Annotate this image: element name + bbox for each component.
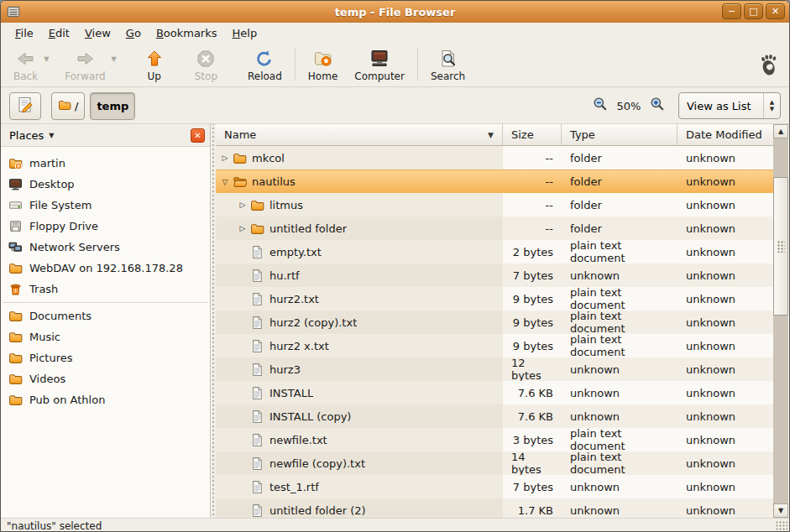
menu-help[interactable]: Help: [225, 24, 265, 42]
minimize-button[interactable]: ─: [722, 3, 741, 19]
table-row[interactable]: ▽nautilus--folderunknown: [216, 170, 773, 193]
file-type: unknown: [562, 475, 678, 498]
sidebar-item-floppy-drive[interactable]: Floppy Drive: [1, 216, 210, 237]
edit-location-icon: [16, 96, 34, 117]
scrollbar-grip-icon: [777, 241, 785, 253]
text-file-icon: [250, 362, 264, 377]
vertical-scrollbar[interactable]: ▲ ▼: [773, 124, 788, 518]
sidebar-item-webdav-on-192-168-178-28[interactable]: WebDAV on 192.168.178.28: [1, 258, 210, 279]
table-row[interactable]: hurz2 x.txt9 bytesplain text documentunk…: [216, 334, 773, 357]
menu-edit[interactable]: Edit: [41, 24, 77, 42]
expander-closed-icon[interactable]: ▷: [237, 224, 249, 232]
home-icon: [313, 48, 333, 70]
sidebar-close-button[interactable]: ✕: [191, 128, 205, 143]
folder-open-icon: [233, 175, 247, 189]
menu-go[interactable]: Go: [118, 24, 149, 42]
places-sidebar: Places ▼ ✕ martinDesktopFile SystemFlopp…: [1, 124, 211, 518]
column-header-date-modified[interactable]: Date Modified: [678, 124, 773, 146]
table-row[interactable]: untitled folder (2)1.7 KBunknownunknown: [216, 498, 773, 518]
view-mode-select[interactable]: View as List ▲▼: [678, 92, 781, 119]
toolbar-separator: [295, 49, 296, 81]
places-dropdown[interactable]: Places ▼: [9, 129, 191, 142]
table-row[interactable]: newfile (copy).txt14 bytesplain text doc…: [216, 451, 773, 475]
file-size: 3 bytes: [503, 428, 562, 451]
file-size: 7.6 KB: [503, 404, 562, 428]
file-size: 9 bytes: [503, 310, 562, 334]
scrollbar-track[interactable]: [773, 138, 788, 503]
file-type: folder: [562, 193, 678, 216]
column-header-type[interactable]: Type: [562, 124, 678, 146]
table-row[interactable]: hurz2.txt9 bytesplain text documentunkno…: [216, 287, 773, 310]
table-row[interactable]: INSTALL7.6 KBunknownunknown: [216, 381, 773, 404]
file-name: hurz3: [269, 363, 301, 376]
sidebar-item-martin[interactable]: martin: [1, 153, 210, 174]
expander-closed-icon[interactable]: ▷: [219, 154, 231, 162]
view-mode-value: View as List: [679, 100, 763, 112]
column-header-name[interactable]: Name ▼: [216, 124, 503, 146]
stop-button[interactable]: Stop: [189, 46, 223, 84]
sidebar-item-network-servers[interactable]: Network Servers: [1, 237, 210, 258]
back-dropdown-icon[interactable]: ▼: [44, 55, 49, 63]
path-button-root[interactable]: /: [51, 92, 85, 120]
resize-grip[interactable]: [776, 521, 787, 531]
file-browser-window: temp - File Browser ─ □ ✕ File Edit View…: [0, 0, 790, 532]
search-icon: [438, 48, 458, 70]
up-button[interactable]: Up: [139, 46, 170, 84]
sidebar-item-file-system[interactable]: File System: [1, 195, 210, 216]
folder-icon: [58, 98, 71, 114]
scroll-up-button[interactable]: ▲: [773, 124, 788, 138]
path-button-temp[interactable]: temp: [90, 92, 135, 120]
edit-location-button[interactable]: [9, 92, 41, 120]
table-row[interactable]: newfile.txt3 bytesplain text documentunk…: [216, 428, 773, 451]
sidebar-item-label: martin: [29, 157, 65, 170]
search-button[interactable]: Search: [425, 46, 471, 84]
statusbar: "nautilus" selected: [1, 518, 789, 532]
menu-view[interactable]: View: [77, 24, 118, 42]
menu-bookmarks[interactable]: Bookmarks: [149, 24, 225, 42]
file-name: hu.rtf: [269, 269, 300, 282]
file-name: test_1.rtf: [269, 481, 319, 493]
close-button[interactable]: ✕: [766, 3, 785, 19]
forward-dropdown-icon[interactable]: ▼: [112, 55, 117, 63]
titlebar[interactable]: temp - File Browser ─ □ ✕: [1, 1, 789, 23]
combo-spinner-icon[interactable]: ▲▼: [763, 93, 780, 118]
table-row[interactable]: hu.rtf7 bytesunknownunknown: [216, 263, 773, 287]
file-type: folder: [562, 170, 678, 193]
sidebar-item-documents[interactable]: Documents: [1, 305, 210, 326]
forward-button[interactable]: Forward: [59, 46, 111, 84]
expander-closed-icon[interactable]: ▷: [237, 201, 249, 209]
text-file-icon: [250, 245, 264, 259]
scrollbar-thumb[interactable]: [773, 177, 788, 316]
table-row[interactable]: empty.txt2 bytesplain text documentunkno…: [216, 240, 773, 263]
reload-button[interactable]: Reload: [242, 46, 288, 84]
menu-file[interactable]: File: [8, 24, 41, 42]
table-row[interactable]: hurz312 bytesunknownunknown: [216, 357, 773, 381]
sidebar-item-pub-on-athlon[interactable]: Pub on Athlon: [1, 389, 210, 410]
computer-button[interactable]: Computer: [348, 46, 411, 84]
sidebar-item-label: Desktop: [29, 178, 75, 190]
folder-icon: [8, 372, 23, 386]
back-button[interactable]: Back: [8, 46, 44, 84]
sidebar-item-desktop[interactable]: Desktop: [1, 174, 210, 195]
home-button[interactable]: Home: [302, 46, 343, 84]
network-icon: [8, 240, 23, 254]
sidebar-item-videos[interactable]: Videos: [1, 368, 210, 389]
sidebar-item-pictures[interactable]: Pictures: [1, 347, 210, 368]
maximize-button[interactable]: □: [744, 3, 763, 19]
table-row[interactable]: INSTALL (copy)7.6 KBunknownunknown: [216, 404, 773, 428]
sidebar-item-label: Network Servers: [29, 241, 120, 253]
table-row[interactable]: ▷untitled folder--folderunknown: [216, 216, 773, 240]
file-date-modified: unknown: [678, 170, 773, 193]
expander-open-icon[interactable]: ▽: [219, 178, 231, 186]
table-row[interactable]: ▷litmus--folderunknown: [216, 193, 773, 216]
zoom-in-button[interactable]: [648, 96, 667, 115]
sidebar-item-music[interactable]: Music: [1, 326, 210, 347]
sidebar-item-trash[interactable]: Trash: [1, 279, 210, 300]
table-row[interactable]: hurz2 (copy).txt9 bytesplain text docume…: [216, 310, 773, 334]
folder-icon: [250, 222, 264, 236]
table-row[interactable]: test_1.rtf7 bytesunknownunknown: [216, 475, 773, 498]
table-row[interactable]: ▷mkcol--folderunknown: [216, 146, 773, 170]
zoom-out-button[interactable]: [591, 96, 610, 115]
scroll-down-button[interactable]: ▼: [773, 503, 788, 518]
column-header-size[interactable]: Size: [503, 124, 562, 146]
